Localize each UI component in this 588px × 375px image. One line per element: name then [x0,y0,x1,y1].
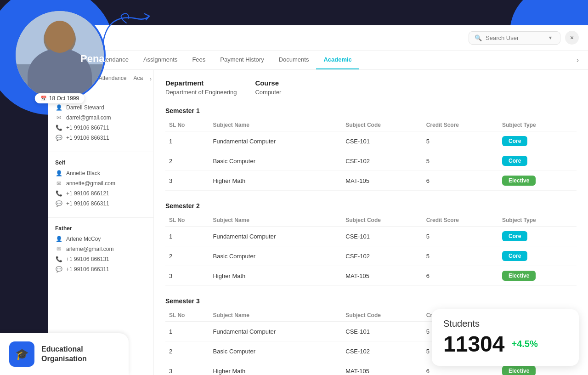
self-phone: 📞 +1 99106 866121 [55,190,147,197]
sub-tab-aca[interactable]: Aca [133,75,143,83]
org-icon: 🎓 [9,341,34,367]
subject-type-cell: Elective [498,266,577,286]
table-header: Subject Type [498,119,577,131]
person-icon-self: 👤 [55,170,62,177]
father-whatsapp: 💬 +1 99106 866311 [55,266,147,273]
subject-type-badge: Elective [502,271,536,281]
table-header: Subject Code [342,119,422,131]
semester-3-title: Semester 3 [165,297,577,305]
table-cell: CSE-102 [342,151,422,171]
primary-phone: 📞 +1 99106 866711 [55,124,147,131]
table-cell: 1 [165,322,209,341]
table-cell: 5 [423,227,498,246]
tab-scroll-right-icon[interactable]: › [577,56,579,64]
table-cell: Basic Computer [209,246,342,266]
whatsapp-icon-father: 💬 [55,266,62,273]
subject-type-badge: Core [502,156,527,166]
calendar-icon: 📅 [40,96,47,102]
phone-icon-father: 📞 [55,256,62,263]
nav-tabs: Activity Attendance Assignments Fees Pay… [48,51,588,70]
table-cell: Fundamental Computer [209,227,342,246]
table-cell: 3 [165,361,209,375]
contact-father-title: Father [55,225,147,232]
table-cell: 6 [423,171,498,191]
search-input-wrap[interactable]: 🔍 ▾ [469,31,560,45]
tab-academic[interactable]: Academic [316,51,359,69]
tab-documents[interactable]: Documents [271,51,317,69]
table-header: Credit Score [423,214,498,227]
subject-type-cell: Core [498,227,577,246]
primary-email: ✉ darrel@gmail.com [55,114,147,121]
subject-type-cell: Core [498,131,577,151]
table-cell: Higher Math [209,171,342,191]
arrow-decoration [99,9,154,48]
primary-email-value: darrel@gmail.com [66,114,111,121]
department-block: Department Department of Engineering [165,79,237,96]
primary-person: 👤 Darrell Steward [55,104,147,111]
self-phone-value: +1 99106 866121 [66,190,109,197]
tab-payment-history[interactable]: Payment History [213,51,271,69]
phone-icon: 📞 [55,124,62,131]
person-icon-father: 👤 [55,235,62,243]
self-email-value: annette@gmail.com [66,180,115,187]
table-row: 2Basic ComputerCSE-1025Core [165,246,577,266]
tab-assignments[interactable]: Assignments [136,51,185,69]
table-header: Subject Type [498,214,577,227]
student-name: Pena [80,53,105,65]
sub-tab-arrow-icon[interactable]: › [150,76,152,82]
date-badge: 📅 18 Oct 1999 [35,93,85,103]
self-whatsapp-value: +1 99106 866311 [66,200,109,207]
subject-type-cell: Core [498,151,577,171]
whatsapp-icon: 💬 [55,134,62,142]
father-phone-value: +1 99106 866131 [66,256,109,262]
department-label: Department [165,79,237,87]
table-row: 3Higher MathMAT-1056Elective [165,171,577,191]
table-header: SL No [165,119,209,131]
table-cell: 5 [423,246,498,266]
close-button[interactable]: × [565,31,579,45]
table-cell: Higher Math [209,361,342,375]
semester-1-table: SL NoSubject NameSubject CodeCredit Scor… [165,119,577,191]
divider-2 [48,217,153,218]
table-row: 2Basic ComputerCSE-1025Core [165,151,577,171]
table-cell: 2 [165,341,209,361]
course-block: Course Computer [255,79,281,96]
left-sidebar: Info Contact Attendance Aca › Primary 👤 … [48,70,154,375]
table-cell: CSE-101 [342,227,422,246]
chevron-down-icon: ▾ [549,34,552,41]
table-header: Subject Name [209,214,342,227]
semester-2-section: Semester 2SL NoSubject NameSubject CodeC… [165,202,577,286]
table-cell: CSE-101 [342,322,422,341]
table-cell: MAT-105 [342,171,422,191]
search-input[interactable] [486,34,545,41]
table-cell: CSE-102 [342,341,422,361]
table-cell: MAT-105 [342,361,422,375]
email-icon: ✉ [55,114,62,121]
org-name: EducationalOrganisation [41,345,87,364]
students-change: +4.5% [511,339,537,349]
table-cell: 2 [165,151,209,171]
subject-type-badge: Core [502,251,527,261]
subject-type-badge: Core [502,136,527,146]
course-value: Computer [255,89,281,96]
table-cell: Higher Math [209,266,342,286]
self-email: ✉ annette@gmail.com [55,180,147,187]
dept-course-row: Department Department of Engineering Cou… [165,79,577,96]
whatsapp-icon-self: 💬 [55,200,62,207]
father-phone: 📞 +1 99106 866131 [55,256,147,263]
subject-type-cell: Core [498,246,577,266]
primary-phone-value: +1 99106 866711 [66,125,109,131]
tab-fees[interactable]: Fees [185,51,213,69]
father-whatsapp-value: +1 99106 866311 [66,266,109,273]
subject-type-cell: Elective [498,171,577,191]
semester-2-title: Semester 2 [165,202,577,210]
semester-1-section: Semester 1SL NoSubject NameSubject CodeC… [165,107,577,191]
department-value: Department of Engineering [165,89,237,96]
table-cell: 3 [165,266,209,286]
table-header: Subject Code [342,214,422,227]
primary-name: Darrell Steward [66,104,104,111]
table-cell: Basic Computer [209,341,342,361]
table-cell: 2 [165,246,209,266]
table-row: 1Fundamental ComputerCSE-1015Core [165,131,577,151]
subject-type-badge: Elective [502,176,536,186]
